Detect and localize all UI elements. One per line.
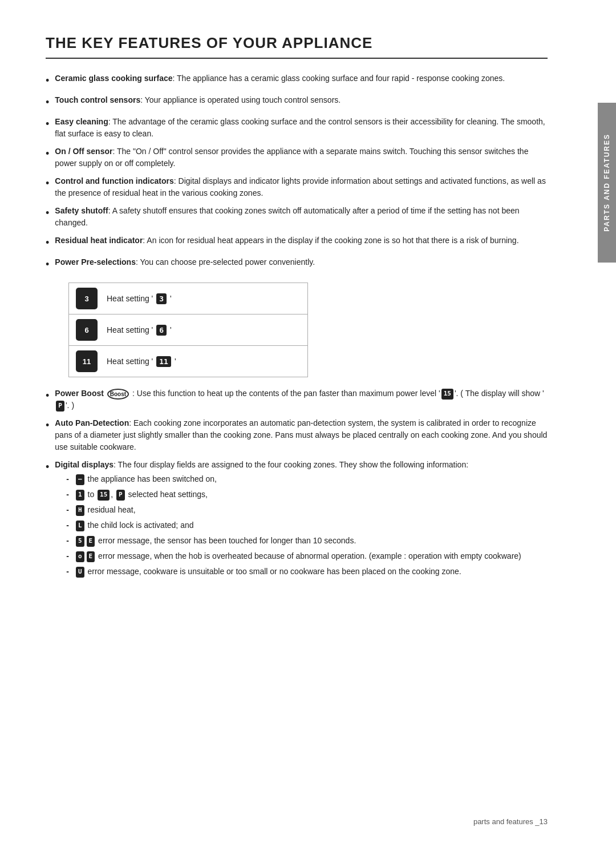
heat-row-3: 3 Heat setting '3' bbox=[69, 283, 307, 314]
sub-list-item: - oE error message, when the hob is over… bbox=[66, 550, 548, 562]
bullet-term: Power Boost bbox=[55, 389, 104, 398]
list-item-digital-displays: • Digital displays: The four display fie… bbox=[46, 459, 548, 581]
bullet-term: Easy cleaning bbox=[55, 117, 108, 126]
page-title: THE KEY FEATURES OF YOUR APPLIANCE bbox=[46, 34, 548, 59]
sub-dash: - bbox=[66, 504, 69, 516]
heat-icon-3: 3 bbox=[156, 293, 167, 304]
sub-list-item: - – the appliance has been switched on, bbox=[66, 473, 548, 485]
bullet-term: Ceramic glass cooking surface bbox=[55, 74, 172, 83]
bullet-text: Ceramic glass cooking surface: The appli… bbox=[55, 72, 548, 84]
heat-p-icon: P bbox=[116, 490, 125, 501]
display-show-icon: P bbox=[56, 401, 64, 412]
bullet-term: Safety shutoff bbox=[55, 206, 108, 215]
heat-label-11: Heat setting '11' bbox=[107, 356, 176, 367]
bullet-text: Auto Pan-Detection: Each cooking zone in… bbox=[55, 417, 548, 453]
sidebar-label: PARTS AND FEATURES bbox=[603, 134, 611, 232]
bullet-dot: • bbox=[46, 146, 49, 162]
sub-bullet-list: - – the appliance has been switched on, … bbox=[66, 473, 548, 578]
bullet-dot: • bbox=[46, 459, 49, 475]
bullet-term: Auto Pan-Detection bbox=[55, 418, 129, 427]
heat-range-end-icon: 15 bbox=[98, 490, 110, 501]
heat-badge-6: 6 bbox=[76, 319, 98, 341]
bullet-text: Residual heat indicator: An icon for res… bbox=[55, 235, 548, 247]
page-wrapper: PARTS AND FEATURES THE KEY FEATURES OF Y… bbox=[0, 0, 616, 843]
bullet-term: Control and function indicators bbox=[55, 176, 173, 185]
bullet-dot: • bbox=[46, 388, 49, 404]
residual-heat-icon: H bbox=[76, 505, 84, 516]
heat-label-3: Heat setting '3' bbox=[107, 293, 172, 304]
heat-badge-3: 3 bbox=[76, 288, 98, 309]
heat-label-6: Heat setting '6' bbox=[107, 325, 172, 336]
bullet-dot: • bbox=[46, 73, 49, 88]
sub-list-item: - L the child lock is activated; and bbox=[66, 519, 548, 531]
list-item-auto-pan: • Auto Pan-Detection: Each cooking zone … bbox=[46, 417, 548, 453]
list-item: • Touch control sensors: Your appliance … bbox=[46, 94, 548, 110]
list-item-power-boost: • Power Boost Boost : Use this function … bbox=[46, 388, 548, 412]
sub-list-item: - 5E error message, the sensor has been … bbox=[66, 535, 548, 547]
bullet-text: Digital displays: The four display field… bbox=[55, 459, 548, 581]
list-item: • Ceramic glass cooking surface: The app… bbox=[46, 72, 548, 88]
sub-text: L the child lock is activated; and bbox=[75, 519, 548, 531]
bullet-term: Digital displays bbox=[55, 460, 114, 469]
bullet-dot: • bbox=[46, 257, 49, 272]
error-sensor-icon2: E bbox=[87, 536, 95, 547]
bullet-dot: • bbox=[46, 235, 49, 251]
bullet-text: Control and function indicators: Digital… bbox=[55, 175, 548, 199]
heat-badge-11: 11 bbox=[76, 350, 98, 372]
heat-icon-11: 11 bbox=[156, 356, 171, 367]
child-lock-icon: L bbox=[76, 521, 84, 531]
list-item: • Easy cleaning: The advantage of the ce… bbox=[46, 116, 548, 140]
error-cookware-icon: U bbox=[76, 567, 84, 578]
bullet-dot: • bbox=[46, 418, 49, 433]
sub-list-item: - U error message, cookware is unsuitabl… bbox=[66, 566, 548, 578]
list-item: • Power Pre-selections: You can choose p… bbox=[46, 256, 548, 272]
sidebar-tab: PARTS AND FEATURES bbox=[598, 103, 616, 263]
sub-dash: - bbox=[66, 473, 69, 485]
bullet-text: Power Pre-selections: You can choose pre… bbox=[55, 256, 548, 268]
heat-row-11: 11 Heat setting '11' bbox=[69, 346, 307, 377]
to-text: to bbox=[88, 490, 97, 499]
list-item: • On / Off sensor: The "On / Off" contro… bbox=[46, 146, 548, 170]
sub-dash: - bbox=[66, 519, 69, 531]
max-power-icon: 15 bbox=[441, 389, 453, 400]
error-sensor-icon1: 5 bbox=[76, 536, 84, 547]
sub-list-item: - H residual heat, bbox=[66, 504, 548, 516]
bullet-term: Residual heat indicator bbox=[55, 236, 143, 245]
bullet-text: Easy cleaning: The advantage of the cera… bbox=[55, 116, 548, 140]
sub-text: – the appliance has been switched on, bbox=[75, 473, 548, 485]
sub-text: H residual heat, bbox=[75, 504, 548, 516]
bullet-dot: • bbox=[46, 176, 49, 191]
bullet-dot: • bbox=[46, 95, 49, 110]
list-item: • Safety shutoff: A safety shutoff ensur… bbox=[46, 205, 548, 229]
sub-dash: - bbox=[66, 566, 69, 578]
switched-on-icon: – bbox=[76, 474, 84, 485]
sub-text: U error message, cookware is unsuitable … bbox=[75, 566, 548, 578]
bullet-dot: • bbox=[46, 205, 49, 221]
sub-dash: - bbox=[66, 535, 69, 547]
list-item: • Residual heat indicator: An icon for r… bbox=[46, 235, 548, 251]
list-item: • Control and function indicators: Digit… bbox=[46, 175, 548, 199]
bullet-dot: • bbox=[46, 116, 49, 132]
error-overheat-icon2: E bbox=[87, 551, 95, 562]
sub-list-item: - 1 to 15, P selected heat settings, bbox=[66, 489, 548, 501]
boost-icon: Boost bbox=[107, 389, 129, 400]
sub-text: 5E error message, the sensor has been to… bbox=[75, 535, 548, 547]
sub-text: oE error message, when the hob is overhe… bbox=[75, 550, 548, 562]
heat-settings-table: 3 Heat setting '3' 6 Heat setting '6' 11… bbox=[68, 283, 308, 377]
bullet-text: Touch control sensors: Your appliance is… bbox=[55, 94, 548, 106]
sub-dash: - bbox=[66, 489, 69, 501]
heat-icon-6: 6 bbox=[156, 325, 167, 336]
bullet-term: Touch control sensors bbox=[55, 95, 140, 104]
feature-list-2: • Power Boost Boost : Use this function … bbox=[46, 388, 548, 581]
bullet-text: Power Boost Boost : Use this function to… bbox=[55, 388, 548, 412]
main-content: THE KEY FEATURES OF YOUR APPLIANCE • Cer… bbox=[0, 0, 593, 843]
page-footer: parts and features _13 bbox=[473, 817, 548, 826]
sub-dash: - bbox=[66, 550, 69, 562]
heat-row-6: 6 Heat setting '6' bbox=[69, 314, 307, 346]
bullet-term: On / Off sensor bbox=[55, 147, 112, 156]
bullet-term: Power Pre-selections bbox=[55, 257, 136, 267]
feature-list: • Ceramic glass cooking surface: The app… bbox=[46, 72, 548, 272]
bullet-text: Safety shutoff: A safety shutoff ensures… bbox=[55, 205, 548, 229]
error-overheat-icon1: o bbox=[76, 551, 84, 562]
bullet-text: On / Off sensor: The "On / Off" control … bbox=[55, 146, 548, 170]
